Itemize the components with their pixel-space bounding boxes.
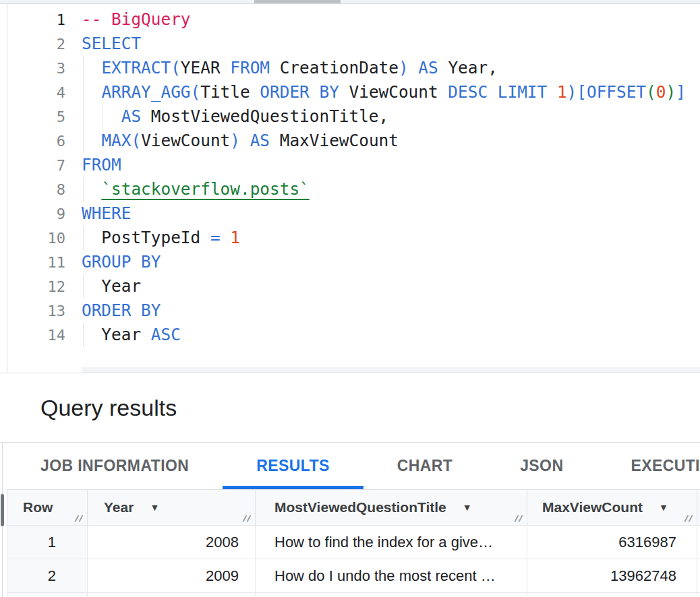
cell-partial [7,593,87,596]
code-line[interactable]: 1-- BigQuery [0,7,700,32]
code-text: Year [82,274,141,298]
code-text: EXTRACT(YEAR FROM CreationDate) AS Year, [82,56,498,80]
code-token: 1 [557,82,567,102]
code-line[interactable]: 2SELECT [0,32,700,56]
sort-arrow-icon[interactable]: ▼ [150,503,159,512]
tab-execution-details[interactable]: EXECUTION DETAILS [597,443,700,489]
column-header-year[interactable]: Year▼ [87,490,255,525]
sort-arrow-icon[interactable]: ▼ [463,503,472,512]
code-token: EXTRACT( [101,58,180,77]
column-header-mostviewedquestiontitle[interactable]: MostViewedQuestionTitle▼ [255,490,527,525]
cell-row: 1 [7,526,87,559]
tab-label: EXECUTION DETAILS [631,457,700,475]
tab-chart[interactable]: CHART [363,443,487,489]
sort-arrow-icon[interactable]: ▼ [659,503,668,512]
code-token: ) AS [230,131,270,150]
code-token: Year, [438,58,498,77]
line-number: 14 [0,327,65,344]
code-line[interactable]: 9WHERE [0,201,700,226]
tab-results[interactable]: RESULTS [223,443,363,489]
column-header-label: MostViewedQuestionTitle [274,499,446,515]
tab-label: JSON [520,457,563,475]
code-token: GROUP BY [82,252,161,272]
column-resize-handle[interactable] [513,515,522,522]
tab-json[interactable]: JSON [486,443,597,489]
code-text: Year ASC [82,323,181,347]
code-line[interactable]: 11GROUP BY [0,250,700,274]
indent-guide [83,274,84,298]
code-line[interactable]: 3 EXTRACT(YEAR FROM CreationDate) AS Yea… [0,56,700,80]
code-token: MAX( [101,131,141,150]
code-token: ] [676,82,686,102]
code-text: PostTypeId = 1 [82,226,240,250]
cell-row: 2 [7,559,87,592]
code-token [82,131,101,150]
line-number: 7 [0,157,65,174]
results-vertical-scrollbar-thumb[interactable] [1,494,4,526]
code-token: ) [666,82,676,102]
cell-year: 2008 [87,526,255,559]
code-token: SELECT [82,34,141,53]
indent-guide [83,56,84,80]
code-line[interactable]: 13ORDER BY [0,298,700,323]
indent-guide [83,177,84,201]
code-text: GROUP BY [82,250,161,274]
code-text: FROM [82,153,121,177]
line-number: 11 [0,254,65,271]
code-token: )[OFFSET [567,82,646,102]
column-resize-handle[interactable] [683,515,692,522]
code-line[interactable]: 4 ARRAY_AGG(Title ORDER BY ViewCount DES… [0,80,700,104]
line-number: 12 [0,278,65,295]
table-row: 12008How to find the index for a give…63… [7,526,700,559]
indent-guide [83,323,84,347]
code-line[interactable]: 12 Year [0,274,700,298]
tab-label: JOB INFORMATION [40,457,189,475]
line-number: 13 [0,303,65,319]
code-token: ORDER BY [82,301,161,320]
code-line[interactable]: 14 Year ASC [0,323,700,347]
sql-editor[interactable]: 1-- BigQuery2SELECT3 EXTRACT(YEAR FROM C… [0,4,700,373]
code-line[interactable]: 8 `stackoverflow.posts` [0,177,700,201]
code-token: MaxViewCount [270,131,399,150]
indent-guide [83,226,84,250]
table-reference-link[interactable]: `stackoverflow.posts` [101,179,309,199]
column-resize-handle[interactable] [74,515,82,522]
table-header-row: RowYear▼MostViewedQuestionTitle▼MaxViewC… [7,489,700,526]
cell-partial [255,593,527,596]
editor-horizontal-scrollbar-thumb[interactable] [254,0,341,3]
code-line[interactable]: 7FROM [0,153,700,177]
editor-bottom-gutter-band [82,367,700,373]
code-token: FROM [230,58,270,77]
code-line[interactable]: 5 AS MostViewedQuestionTitle, [0,104,700,129]
code-token: = [210,228,221,247]
column-header-label: Year [104,499,134,515]
code-text: ORDER BY [82,298,161,323]
code-token: Year [82,325,151,344]
column-header-maxviewcount[interactable]: MaxViewCount▼ [527,490,697,525]
indent-guide [103,104,103,129]
indent-guide [83,104,84,129]
code-token [82,106,121,126]
tab-job-information[interactable]: JOB INFORMATION [7,443,223,489]
cell-partial [87,593,255,596]
code-line[interactable]: 6 MAX(ViewCount) AS MaxViewCount [0,129,700,153]
code-token: WHERE [82,203,131,223]
code-text: WHERE [82,201,131,226]
line-number: 9 [0,206,65,222]
line-number: 6 [0,133,65,150]
cell-maxviewcount: 13962748 [527,559,697,592]
code-line[interactable]: 10 PostTypeId = 1 [0,226,700,250]
line-number: 10 [0,230,65,247]
code-text: AS MostViewedQuestionTitle, [82,104,388,129]
column-resize-handle[interactable] [241,515,250,522]
results-table: RowYear▼MostViewedQuestionTitle▼MaxViewC… [7,489,700,597]
code-lines[interactable]: 1-- BigQuery2SELECT3 EXTRACT(YEAR FROM C… [0,7,700,347]
indent-guide [83,80,84,104]
code-token [82,179,101,199]
query-results-title: Query results [40,395,177,421]
table-row-partial [7,593,700,596]
code-token: -- BigQuery [82,9,191,29]
cell-filler [697,593,700,596]
cell-partial [527,593,697,596]
table-row: 22009How do I undo the most recent …1396… [7,559,700,593]
